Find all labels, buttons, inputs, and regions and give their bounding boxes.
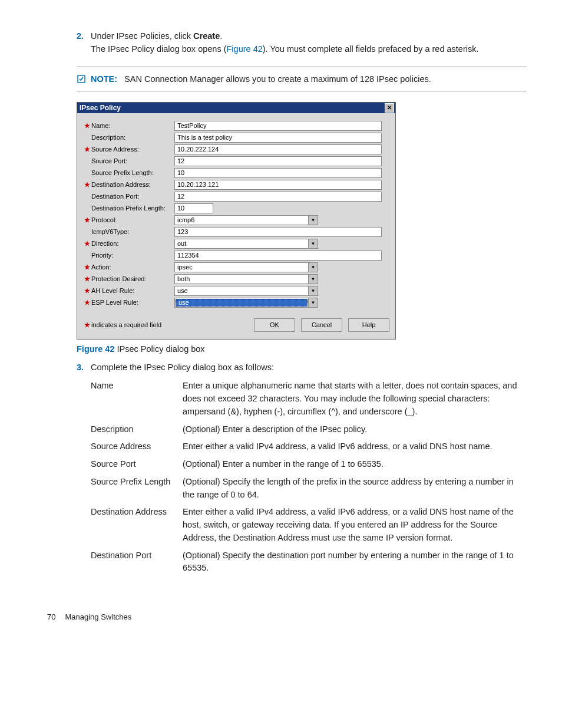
required-icon: ★ (83, 263, 91, 271)
definition: Enter either a valid IPv4 address, a val… (183, 438, 527, 456)
destination-prefix-input[interactable] (174, 203, 213, 213)
definition: (Optional) Enter a number in the range o… (183, 456, 527, 473)
close-icon: ✕ (387, 104, 392, 111)
note-icon (77, 74, 86, 84)
description-input[interactable] (174, 133, 382, 143)
text: ). You must complete all fields prefaced… (263, 44, 479, 54)
chevron-down-icon: ▼ (308, 298, 318, 307)
text: The IPsec Policy dialog box opens ( (91, 44, 227, 54)
step-3: 3. Complete the IPsec Policy dialog box … (77, 361, 527, 374)
close-button[interactable]: ✕ (385, 103, 394, 113)
term: Destination Address (91, 503, 183, 546)
definition: (Optional) Specify the destination port … (183, 547, 527, 578)
chevron-down-icon: ▼ (308, 263, 318, 272)
note-text: SAN Connection Manager allows you to cre… (124, 74, 431, 84)
create-label: Create (193, 31, 220, 41)
chevron-down-icon: ▼ (308, 216, 318, 225)
table-row: Destination AddressEnter either a valid … (91, 503, 527, 546)
source-prefix-input[interactable] (174, 168, 382, 178)
field-label: ESP Level Rule: (91, 299, 138, 306)
required-icon: ★ (83, 299, 91, 307)
required-icon: ★ (83, 321, 91, 329)
step-body: Complete the IPsec Policy dialog box as … (91, 361, 527, 374)
term: Name (91, 377, 183, 420)
figure-caption: Figure 42 IPsec Policy dialog box (77, 344, 527, 354)
chevron-down-icon: ▼ (308, 286, 318, 295)
field-label: Destination Port: (91, 193, 139, 200)
term: Source Address (91, 438, 183, 456)
required-icon: ★ (83, 275, 91, 283)
field-label: Direction: (91, 240, 118, 247)
required-note: indicates a required field (91, 321, 161, 328)
field-label: Priority: (91, 252, 113, 259)
source-address-input[interactable] (174, 144, 382, 154)
term: Source Port (91, 456, 183, 473)
term: Description (91, 421, 183, 439)
ah-level-rule-select[interactable]: use▼ (174, 286, 318, 296)
required-icon: ★ (83, 216, 91, 224)
dialog-title: IPsec Policy (80, 104, 121, 112)
protection-desired-select[interactable]: both▼ (174, 274, 318, 284)
table-row: Source Port(Optional) Enter a number in … (91, 456, 527, 473)
action-select[interactable]: ipsec▼ (174, 262, 318, 272)
figure-number: Figure 42 (77, 344, 114, 354)
dialog-titlebar: IPsec Policy ✕ (77, 103, 395, 113)
destination-port-input[interactable] (174, 192, 382, 202)
field-label: Name: (91, 122, 110, 129)
destination-address-input[interactable] (174, 180, 382, 190)
field-label: Destination Address: (91, 181, 151, 188)
field-label: Source Port: (91, 157, 127, 164)
field-label: AH Level Rule: (91, 287, 134, 294)
field-label: Destination Prefix Length: (91, 205, 166, 212)
term: Source Prefix Length (91, 473, 183, 504)
table-row: Source AddressEnter either a valid IPv4 … (91, 438, 527, 456)
esp-level-rule-select[interactable]: use▼ (174, 298, 318, 308)
page-footer: 70 Managing Switches (47, 612, 527, 621)
text: Under IPsec Policies, click (91, 31, 193, 41)
field-label: Action: (91, 263, 111, 271)
ipsec-policy-dialog: IPsec Policy ✕ ★Name: Description: ★Sour… (77, 102, 396, 340)
cancel-button[interactable]: Cancel (301, 318, 342, 332)
definitions-table: NameEnter a unique alphanumeric name tha… (91, 377, 527, 577)
definition: (Optional) Enter a description of the IP… (183, 421, 527, 439)
section-title: Managing Switches (65, 612, 131, 621)
required-icon: ★ (83, 181, 91, 189)
note-label: NOTE: (91, 74, 117, 84)
definition: Enter either a valid IPv4 address, a val… (183, 503, 527, 546)
priority-input[interactable] (174, 251, 382, 261)
ok-button[interactable]: OK (254, 318, 295, 332)
step-number: 2. (77, 29, 91, 56)
definition: Enter a unique alphanumeric name that st… (183, 377, 527, 420)
chevron-down-icon: ▼ (308, 239, 318, 248)
step-number: 3. (77, 361, 91, 374)
term: Destination Port (91, 547, 183, 578)
table-row: Source Prefix Length(Optional) Specify t… (91, 473, 527, 504)
page-number: 70 (47, 612, 55, 621)
name-input[interactable] (174, 121, 382, 131)
field-label: Protocol: (91, 216, 117, 223)
chevron-down-icon: ▼ (308, 275, 318, 284)
direction-select[interactable]: out▼ (174, 239, 318, 249)
figure-title: IPsec Policy dialog box (114, 344, 204, 354)
help-button[interactable]: Help (348, 318, 389, 332)
source-port-input[interactable] (174, 156, 382, 166)
step-body: Under IPsec Policies, click Create. The … (91, 29, 527, 56)
figure-link[interactable]: Figure 42 (227, 44, 263, 54)
table-row: Destination Port(Optional) Specify the d… (91, 547, 527, 578)
definition: (Optional) Specify the length of the pre… (183, 473, 527, 504)
protocol-select[interactable]: icmp6▼ (174, 215, 318, 225)
icmpv6type-input[interactable] (174, 227, 382, 237)
table-row: Description(Optional) Enter a descriptio… (91, 421, 527, 439)
text: . (220, 31, 222, 41)
field-label: IcmpV6Type: (91, 228, 129, 235)
required-icon: ★ (83, 287, 91, 295)
field-label: Source Prefix Length: (91, 169, 154, 176)
field-label: Protection Desired: (91, 275, 147, 282)
step-2: 2. Under IPsec Policies, click Create. T… (77, 29, 527, 56)
note-block: NOTE: SAN Connection Manager allows you … (77, 67, 527, 91)
table-row: NameEnter a unique alphanumeric name tha… (91, 377, 527, 420)
field-label: Source Address: (91, 146, 139, 153)
required-icon: ★ (83, 122, 91, 130)
required-icon: ★ (83, 240, 91, 248)
required-icon: ★ (83, 146, 91, 153)
